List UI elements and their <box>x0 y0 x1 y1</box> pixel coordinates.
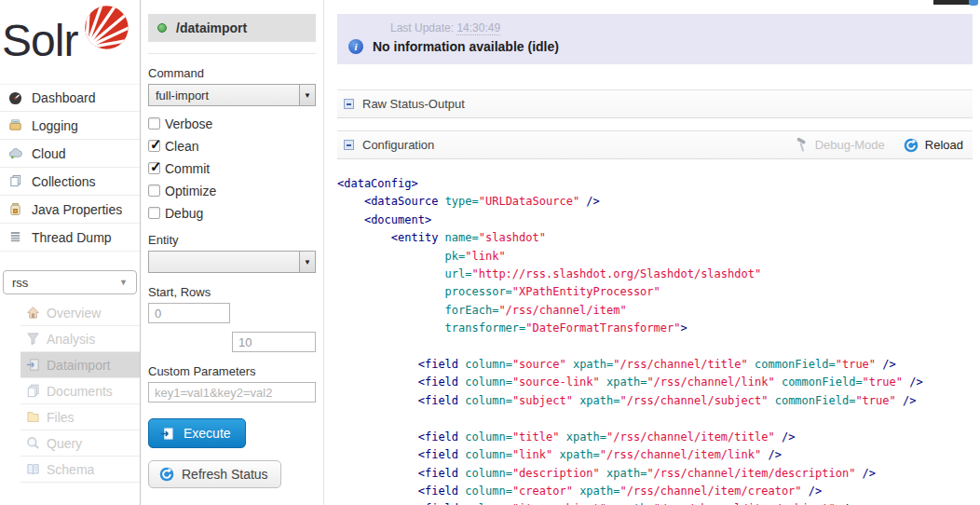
option-label: Optimize <box>165 184 216 198</box>
select-arrow-icon[interactable]: ▼ <box>299 252 315 272</box>
core-nav-item-label: Dataimport <box>47 358 110 373</box>
configuration-actions: Debug-Mode Reload <box>794 137 963 153</box>
rows-input[interactable] <box>232 332 316 352</box>
core-nav-item-overview[interactable]: Overview <box>20 300 140 326</box>
sidebar-item-dashboard[interactable]: Dashboard <box>0 84 140 112</box>
custom-parameters-input[interactable] <box>148 382 316 403</box>
configuration-section-header[interactable]: Configuration Debug-Mode Reload <box>337 130 973 159</box>
code-line: <document> <box>337 212 973 229</box>
code-line: <field column="source-link" xpath="/rss/… <box>337 374 973 391</box>
select-arrow-icon[interactable]: ▼ <box>299 85 315 105</box>
cloud-icon <box>7 146 23 160</box>
verbose-checkbox[interactable] <box>148 117 160 130</box>
core-nav-item-files[interactable]: Files <box>20 404 140 430</box>
browser-artifact <box>933 0 971 5</box>
last-update-label: Last Update: <box>390 21 454 34</box>
debug-mode-button[interactable]: Debug-Mode <box>794 137 885 153</box>
option-optimize[interactable]: Optimize <box>148 184 316 198</box>
raw-status-section-title: Raw Status-Output <box>362 97 465 111</box>
sidebar-item-label: Logging <box>32 118 78 133</box>
core-nav-item-documents[interactable]: Documents <box>20 378 140 404</box>
solr-admin-app: Solr DashboardLoggingCloudCollectionsJav… <box>0 0 980 505</box>
core-nav-item-label: Analysis <box>47 332 95 347</box>
core-nav-item-label: Schema <box>47 462 94 477</box>
code-line: <dataConfig> <box>337 175 973 193</box>
solr-sunburst-icon <box>78 2 132 56</box>
option-label: Debug <box>165 206 203 221</box>
core-nav-item-label: Overview <box>47 306 101 321</box>
code-line: <entity name="slashdot" <box>337 229 973 247</box>
code-line: <field column="link" xpath="/rss/channel… <box>337 446 973 464</box>
option-commit[interactable]: Commit <box>148 161 316 176</box>
import-icon <box>159 427 175 441</box>
documents-icon <box>25 384 41 398</box>
option-clean[interactable]: Clean <box>148 139 316 154</box>
config-code: <dataConfig> <dataSource type="URLDataSo… <box>337 175 973 505</box>
code-line <box>337 338 973 356</box>
dashboard-icon <box>7 91 23 105</box>
start-input[interactable] <box>148 303 230 323</box>
reload-button[interactable]: Reload <box>904 138 963 153</box>
commit-checkbox[interactable] <box>148 162 160 174</box>
command-label: Command <box>148 66 316 80</box>
sidebar-item-cloud[interactable]: Cloud <box>0 140 140 168</box>
core-selector[interactable]: rss ▼ <box>3 270 137 294</box>
refresh-icon <box>158 467 174 482</box>
divider <box>148 53 316 54</box>
raw-status-section-header[interactable]: Raw Status-Output <box>337 89 973 118</box>
thread-dump-icon <box>7 230 23 244</box>
core-nav-item-dataimport[interactable]: Dataimport <box>20 352 140 378</box>
start-rows-label: Start, Rows <box>148 285 316 299</box>
sidebar-item-thread-dump[interactable]: Thread Dump <box>0 224 140 252</box>
collections-icon <box>7 174 23 188</box>
main-nav: DashboardLoggingCloudCollectionsJava Pro… <box>0 84 140 252</box>
sidebar-item-java-properties[interactable]: Java Properties <box>0 196 140 224</box>
sidebar-item-logging[interactable]: Logging <box>0 112 140 140</box>
sidebar-item-collections[interactable]: Collections <box>0 168 140 196</box>
configuration-section-title: Configuration <box>362 138 434 152</box>
code-line: <field column="subject" xpath="/rss/chan… <box>337 392 973 410</box>
hammer-icon <box>794 137 810 153</box>
option-debug[interactable]: Debug <box>148 206 316 221</box>
custom-parameters-label: Custom Parameters <box>148 364 316 378</box>
code-line <box>337 410 973 428</box>
command-select[interactable]: full-import ▼ <box>148 84 316 106</box>
sidebar-item-label: Collections <box>32 174 95 189</box>
refresh-status-button[interactable]: Refresh Status <box>148 460 281 488</box>
status-info-bar: Last Update: 14:30:49 i No information a… <box>337 14 973 64</box>
sidebar-item-label: Thread Dump <box>32 230 112 245</box>
java-properties-icon <box>7 202 23 216</box>
code-line: <field column="item-subject" xpath="/rss… <box>337 500 973 505</box>
collapse-icon[interactable] <box>344 140 354 150</box>
reload-icon <box>904 138 919 153</box>
files-icon <box>25 410 41 424</box>
logging-icon <box>7 118 23 132</box>
dataimport-icon <box>25 358 41 372</box>
code-line: processor="XPathEntityProcessor" <box>337 283 973 301</box>
code-line: transformer="DateFormatTransformer"> <box>337 320 973 337</box>
option-label: Commit <box>165 161 210 176</box>
core-nav-item-analysis[interactable]: Analysis <box>20 326 140 352</box>
logo-text: Solr <box>2 15 77 66</box>
code-line: <field column="creator" xpath="/rss/chan… <box>337 483 973 500</box>
overview-icon <box>25 306 41 320</box>
execute-button[interactable]: Execute <box>148 418 246 448</box>
option-label: Clean <box>165 139 199 154</box>
sidebar-item-label: Java Properties <box>32 202 122 217</box>
solr-logo[interactable]: Solr <box>0 0 140 84</box>
code-line: <field column="title" xpath="/rss/channe… <box>337 429 973 446</box>
last-update: Last Update: 14:30:49 <box>337 21 973 34</box>
code-line: <dataSource type="URLDataSource" /> <box>337 193 973 211</box>
optimize-checkbox[interactable] <box>148 184 160 197</box>
browser-artifact-icon <box>969 0 978 6</box>
debug-mode-label: Debug-Mode <box>815 138 885 152</box>
collapse-icon[interactable] <box>344 99 354 109</box>
query-icon <box>25 436 41 450</box>
core-nav-item-schema[interactable]: Schema <box>20 457 140 483</box>
core-nav-item-label: Files <box>47 410 75 425</box>
debug-checkbox[interactable] <box>148 207 160 219</box>
clean-checkbox[interactable] <box>148 140 160 152</box>
core-nav-item-query[interactable]: Query <box>20 430 140 457</box>
entity-select[interactable]: ▼ <box>148 251 316 273</box>
option-verbose[interactable]: Verbose <box>148 116 316 131</box>
